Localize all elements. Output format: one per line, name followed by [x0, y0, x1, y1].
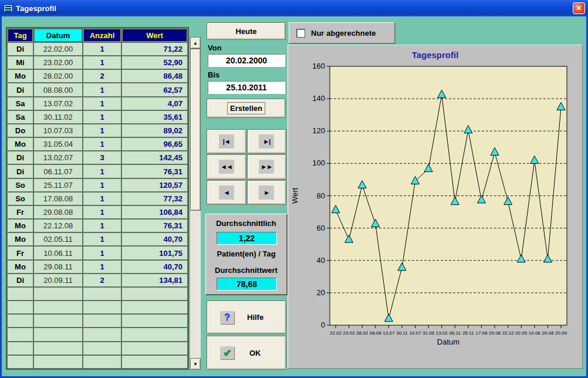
- table-cell[interactable]: 120,57: [122, 179, 187, 191]
- empty-cell[interactable]: [122, 315, 187, 327]
- table-cell[interactable]: 77,32: [122, 193, 187, 205]
- empty-cell[interactable]: [34, 288, 82, 300]
- table-cell[interactable]: 1: [83, 111, 121, 123]
- titlebar[interactable]: Tagesprofil ✕: [0, 0, 588, 16]
- table-cell[interactable]: 96,65: [122, 138, 187, 150]
- table-cell[interactable]: 2: [83, 70, 121, 82]
- table-cell[interactable]: 4,07: [122, 97, 187, 110]
- table-cell[interactable]: Do: [8, 124, 33, 137]
- table-cell[interactable]: 1: [83, 56, 121, 69]
- table-cell[interactable]: 62,57: [122, 83, 187, 96]
- table-cell[interactable]: 20.09.11: [34, 274, 82, 286]
- column-header-tag[interactable]: Tag: [8, 29, 33, 42]
- table-cell[interactable]: So: [8, 193, 33, 205]
- table-cell[interactable]: 76,31: [122, 165, 187, 177]
- scroll-track[interactable]: [190, 211, 201, 358]
- empty-cell[interactable]: [83, 342, 121, 355]
- empty-cell[interactable]: [122, 356, 187, 368]
- empty-cell[interactable]: [8, 342, 33, 355]
- table-cell[interactable]: 101,75: [122, 247, 187, 259]
- nav-first-button[interactable]: |◄: [207, 129, 246, 154]
- table-cell[interactable]: 22.02.00: [34, 43, 82, 55]
- table-cell[interactable]: Sa: [8, 111, 33, 123]
- table-cell[interactable]: 10.06.11: [34, 247, 82, 259]
- table-cell[interactable]: 08.08.00: [34, 83, 82, 96]
- empty-cell[interactable]: [122, 342, 187, 355]
- table-cell[interactable]: Mi: [8, 56, 33, 69]
- ok-button[interactable]: ✔ OK: [207, 336, 286, 370]
- column-header-datum[interactable]: Datum: [34, 29, 82, 42]
- close-button[interactable]: ✕: [573, 2, 585, 14]
- table-cell[interactable]: 2: [83, 274, 121, 286]
- empty-cell[interactable]: [83, 356, 121, 368]
- table-cell[interactable]: 71,22: [122, 43, 187, 55]
- table-cell[interactable]: 23.02.00: [34, 56, 82, 69]
- empty-cell[interactable]: [8, 356, 33, 368]
- empty-cell[interactable]: [34, 315, 82, 327]
- table-cell[interactable]: 31.05.04: [34, 138, 82, 150]
- table-cell[interactable]: 3: [83, 151, 121, 164]
- table-cell[interactable]: 17.08.08: [34, 193, 82, 205]
- heute-button[interactable]: Heute: [207, 22, 286, 40]
- empty-cell[interactable]: [8, 288, 33, 300]
- table-cell[interactable]: 1: [83, 261, 121, 273]
- table-cell[interactable]: 1: [83, 124, 121, 137]
- table-scrollbar[interactable]: ▲ ▼: [190, 37, 201, 370]
- table-cell[interactable]: Mo: [8, 138, 33, 150]
- scroll-up-button[interactable]: ▲: [190, 37, 201, 49]
- table-cell[interactable]: 30.11.02: [34, 111, 82, 123]
- empty-cell[interactable]: [34, 356, 82, 368]
- empty-cell[interactable]: [34, 342, 82, 355]
- empty-cell[interactable]: [8, 301, 33, 313]
- table-cell[interactable]: Fr: [8, 206, 33, 218]
- table-cell[interactable]: 1: [83, 193, 121, 205]
- table-cell[interactable]: 25.11.07: [34, 179, 82, 191]
- table-cell[interactable]: 1: [83, 233, 121, 245]
- table-cell[interactable]: 76,31: [122, 220, 187, 232]
- table-cell[interactable]: Di: [8, 151, 33, 164]
- empty-cell[interactable]: [83, 328, 121, 340]
- table-cell[interactable]: 40,70: [122, 233, 187, 245]
- table-cell[interactable]: 10.07.03: [34, 124, 82, 137]
- table-cell[interactable]: Mo: [8, 70, 33, 82]
- table-cell[interactable]: Mo: [8, 261, 33, 273]
- table-cell[interactable]: 86,48: [122, 70, 187, 82]
- table-cell[interactable]: Di: [8, 43, 33, 55]
- nur-abgerechnete-checkbox[interactable]: [296, 29, 305, 38]
- nav-forward-button[interactable]: ►►: [247, 154, 287, 179]
- table-cell[interactable]: 13.02.07: [34, 151, 82, 164]
- table-cell[interactable]: 40,70: [122, 261, 187, 273]
- table-cell[interactable]: 1: [83, 97, 121, 110]
- empty-cell[interactable]: [8, 315, 33, 327]
- table-cell[interactable]: 02.05.11: [34, 233, 82, 245]
- empty-cell[interactable]: [8, 328, 33, 340]
- empty-cell[interactable]: [34, 301, 82, 313]
- table-cell[interactable]: 28.02.00: [34, 70, 82, 82]
- table-cell[interactable]: 1: [83, 247, 121, 259]
- von-date-input[interactable]: [208, 54, 285, 67]
- table-cell[interactable]: 1: [83, 220, 121, 232]
- empty-cell[interactable]: [83, 315, 121, 327]
- nav-next-button[interactable]: ►: [247, 180, 287, 205]
- table-cell[interactable]: 134,81: [122, 274, 187, 286]
- scroll-thumb[interactable]: [190, 49, 201, 211]
- empty-cell[interactable]: [83, 288, 121, 300]
- hilfe-button[interactable]: ? Hilfe: [207, 301, 286, 334]
- empty-cell[interactable]: [122, 301, 187, 313]
- table-cell[interactable]: 29.08.08: [34, 206, 82, 218]
- table-cell[interactable]: Di: [8, 83, 33, 96]
- table-cell[interactable]: 1: [83, 83, 121, 96]
- table-cell[interactable]: Mo: [8, 233, 33, 245]
- empty-cell[interactable]: [83, 301, 121, 313]
- table-cell[interactable]: 29.08.11: [34, 261, 82, 273]
- table-cell[interactable]: 22.12.08: [34, 220, 82, 232]
- table-cell[interactable]: 89,02: [122, 124, 187, 137]
- table-cell[interactable]: 142,45: [122, 151, 187, 164]
- table-cell[interactable]: 1: [83, 43, 121, 55]
- table-cell[interactable]: 13.07.02: [34, 97, 82, 110]
- nav-rewind-button[interactable]: ◄◄: [207, 154, 246, 179]
- bis-date-input[interactable]: [208, 81, 285, 94]
- table-cell[interactable]: 35,61: [122, 111, 187, 123]
- table-cell[interactable]: Sa: [8, 97, 33, 110]
- column-header-wert[interactable]: Wert: [122, 29, 187, 42]
